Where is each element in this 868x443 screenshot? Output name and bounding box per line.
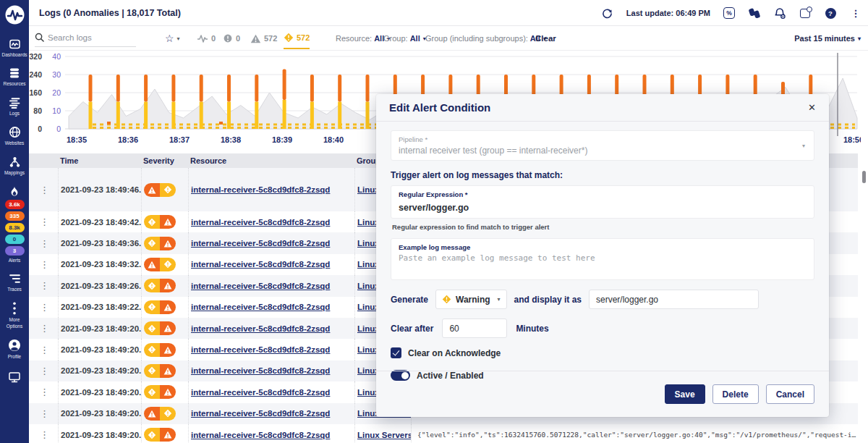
severity-badge bbox=[141, 318, 188, 339]
row-menu-icon[interactable]: ⋮ bbox=[29, 211, 58, 232]
sidebar-item-console[interactable] bbox=[0, 371, 29, 383]
log-time: 2021-09-23 18:49:42.706 bbox=[58, 211, 141, 232]
resource-link[interactable]: internal-receiver-5c8cd9dfc8-2zsqd bbox=[191, 282, 330, 290]
resource-link[interactable]: internal-receiver-5c8cd9dfc8-2zsqd bbox=[191, 324, 330, 333]
sla-calculator-icon[interactable]: % bbox=[723, 7, 736, 20]
resource-link[interactable]: internal-receiver-5c8cd9dfc8-2zsqd bbox=[191, 366, 330, 375]
save-button[interactable]: Save bbox=[665, 384, 705, 404]
traces-icon bbox=[9, 274, 21, 284]
severity-badge bbox=[141, 168, 188, 211]
row-menu-icon[interactable]: ⋮ bbox=[29, 275, 58, 296]
alert-badge[interactable]: 8.3k bbox=[5, 223, 25, 232]
resource-link[interactable]: internal-receiver-5c8cd9dfc8-2zsqd bbox=[191, 239, 330, 248]
resource-link[interactable]: internal-receiver-5c8cd9dfc8-2zsqd bbox=[191, 431, 330, 439]
open-window-icon[interactable] bbox=[799, 7, 812, 20]
pipeline-select[interactable]: Pipeline * internal receiver test (group… bbox=[391, 130, 814, 161]
row-menu-icon[interactable]: ⋮ bbox=[29, 318, 58, 339]
sidebar-item-websites[interactable]: Websites bbox=[0, 126, 29, 146]
clear-on-acknowledge-checkbox[interactable] bbox=[391, 347, 401, 358]
log-time: 2021-09-23 18:49:36.904 bbox=[58, 232, 141, 253]
delete-button[interactable]: Delete bbox=[712, 384, 759, 404]
clear-filters-button[interactable]: Clear bbox=[535, 26, 556, 51]
anomaly-filter[interactable]: 0 bbox=[197, 26, 216, 51]
vertical-scrollbar-thumb[interactable] bbox=[862, 171, 866, 183]
svg-text:20: 20 bbox=[52, 88, 61, 97]
svg-text:40: 40 bbox=[52, 52, 61, 61]
col-severity[interactable]: Severity bbox=[141, 153, 188, 168]
svg-text:18:36: 18:36 bbox=[118, 135, 138, 144]
groups-link[interactable]: Linux Servers, internal-r... bbox=[357, 431, 411, 439]
severity-select[interactable]: Warning ▾ bbox=[435, 290, 507, 309]
sidebar-item-logs[interactable]: Logs bbox=[0, 97, 29, 117]
regex-input[interactable] bbox=[399, 203, 807, 213]
close-icon[interactable]: ✕ bbox=[808, 102, 816, 113]
time-range-dropdown[interactable]: Past 15 minutes ▾ bbox=[794, 26, 861, 51]
modal-footer: Save Delete Cancel bbox=[376, 371, 829, 417]
row-menu-icon[interactable]: ⋮ bbox=[29, 381, 58, 402]
row-menu-icon[interactable]: ⋮ bbox=[29, 339, 58, 360]
severity-badge bbox=[141, 424, 188, 443]
resource-link[interactable]: internal-receiver-5c8cd9dfc8-2zsqd bbox=[191, 409, 330, 418]
row-menu-icon[interactable]: ⋮ bbox=[29, 232, 58, 253]
resource-link[interactable]: internal-receiver-5c8cd9dfc8-2zsqd bbox=[191, 260, 330, 269]
sidebar-item-resources[interactable]: Resources bbox=[0, 67, 29, 87]
resource-link[interactable]: internal-receiver-5c8cd9dfc8-2zsqd bbox=[191, 218, 330, 227]
display-as-input[interactable] bbox=[589, 290, 759, 309]
sidebar-item-profile[interactable]: Profile bbox=[0, 339, 29, 360]
sidebar-item-mappings[interactable]: Mappings bbox=[0, 156, 29, 176]
sidebar-item-alerts[interactable]: 3.6k3358.3k03 Alerts bbox=[0, 185, 29, 263]
logicmonitor-logo[interactable] bbox=[0, 0, 29, 29]
severity-badge bbox=[141, 232, 188, 253]
resource-filter-dropdown[interactable]: Resource: All ▾ bbox=[336, 26, 390, 51]
row-menu-icon[interactable]: ⋮ bbox=[29, 360, 58, 381]
resource-link[interactable]: internal-receiver-5c8cd9dfc8-2zsqd bbox=[191, 303, 330, 311]
alert-badge[interactable]: 0 bbox=[5, 235, 25, 244]
example-log-field[interactable]: Example log message bbox=[391, 238, 814, 280]
row-menu-icon[interactable]: ⋮ bbox=[29, 297, 58, 318]
log-time: 2021-09-23 18:49:20.540 bbox=[58, 318, 141, 339]
row-menu-icon[interactable]: ⋮ bbox=[29, 168, 58, 211]
sidebar-item-dashboards[interactable]: Dashboards bbox=[0, 38, 29, 58]
col-resource[interactable]: Resource bbox=[188, 153, 354, 168]
clear-after-input[interactable] bbox=[442, 318, 507, 338]
svg-text:18:37: 18:37 bbox=[169, 135, 190, 144]
search-input[interactable] bbox=[48, 33, 129, 42]
cancel-button[interactable]: Cancel bbox=[766, 384, 814, 404]
group-filter-dropdown[interactable]: Group: All ▾ bbox=[383, 26, 426, 51]
severity-badge bbox=[141, 403, 188, 424]
alerts-flame-icon bbox=[9, 185, 20, 198]
alert-badge[interactable]: 3 bbox=[5, 246, 25, 256]
example-log-textarea[interactable] bbox=[399, 253, 807, 277]
resource-link[interactable]: internal-receiver-5c8cd9dfc8-2zsqd bbox=[191, 388, 330, 397]
regex-field[interactable]: Regular Expression * bbox=[391, 185, 814, 219]
row-menu-icon[interactable]: ⋮ bbox=[29, 424, 58, 443]
table-row[interactable]: ⋮2021-09-23 18:49:20.507internal-receive… bbox=[29, 424, 858, 443]
more-options-icon bbox=[12, 302, 17, 315]
logo-icon bbox=[5, 5, 25, 25]
resource-link[interactable]: internal-receiver-5c8cd9dfc8-2zsqd bbox=[191, 345, 330, 354]
svg-text:18:40: 18:40 bbox=[323, 135, 344, 144]
col-time[interactable]: Time bbox=[58, 153, 141, 168]
alert-badge[interactable]: 3.6k bbox=[5, 200, 25, 209]
resource-link[interactable]: internal-receiver-5c8cd9dfc8-2zsqd bbox=[191, 185, 330, 194]
help-icon[interactable]: ? bbox=[824, 7, 837, 20]
row-menu-icon[interactable]: ⋮ bbox=[29, 254, 58, 275]
search-box[interactable] bbox=[35, 28, 136, 47]
alert-badge[interactable]: 335 bbox=[5, 211, 25, 221]
saved-searches-dropdown[interactable]: ☆▾ bbox=[165, 26, 180, 51]
alert-settings-bell-icon[interactable] bbox=[773, 7, 786, 20]
warning-filter[interactable]: 572 bbox=[284, 28, 310, 49]
subgroup-filter-dropdown[interactable]: Group (including subgroups): All ▾ bbox=[425, 26, 546, 51]
sidebar-item-more-options[interactable]: More Options bbox=[0, 302, 29, 329]
critical-filter[interactable]: 572 bbox=[250, 26, 277, 51]
svg-text:160: 160 bbox=[29, 88, 42, 97]
more-menu-icon[interactable]: ⋮ bbox=[849, 7, 862, 20]
modal-header: Edit Alert Condition ✕ bbox=[376, 94, 829, 122]
refresh-icon[interactable] bbox=[601, 7, 614, 20]
training-icon[interactable] bbox=[748, 7, 761, 20]
sidebar-item-traces[interactable]: Traces bbox=[0, 274, 29, 292]
error-filter[interactable]: 0 bbox=[223, 26, 240, 51]
log-message: {"level":"info","ts":1632415760.5071228,… bbox=[411, 424, 858, 443]
row-menu-icon[interactable]: ⋮ bbox=[29, 403, 58, 424]
chevron-down-icon: ▾ bbox=[802, 143, 805, 149]
